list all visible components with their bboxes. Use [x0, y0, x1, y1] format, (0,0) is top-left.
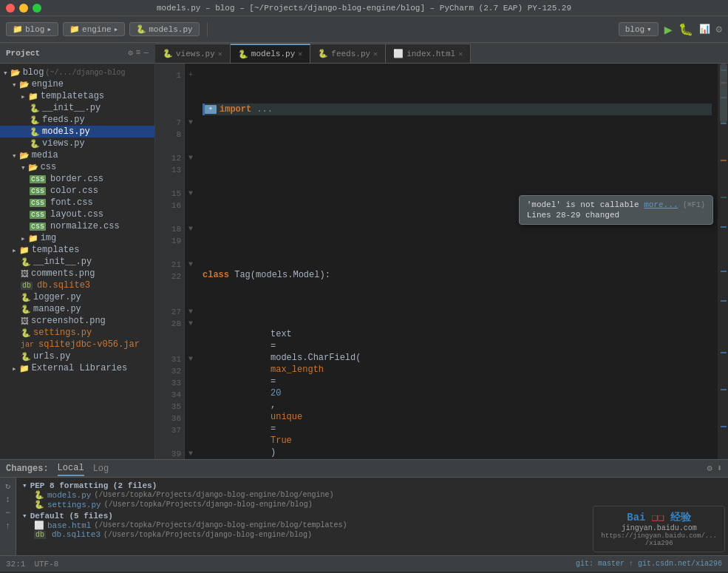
change-file-settings-py[interactable]: 🐍 settings.py (/Users/topka/Projects/dja… — [22, 500, 589, 509]
fold-gutter: + ▼ ▼ ▼ ▼ ▼ — [185, 64, 197, 459]
run-config-selector[interactable]: blog ▾ — [619, 22, 659, 36]
vcs-arrow-up-icon[interactable]: ↑ — [5, 521, 10, 532]
tree-item-feeds-py[interactable]: 🐍 feeds.py — [0, 114, 154, 126]
fold-line1[interactable]: + — [186, 68, 195, 81]
models-selector[interactable]: 🐍 models.py — [129, 22, 199, 36]
tree-item-font-css[interactable]: css font.css — [0, 197, 154, 208]
tab-close-views-py[interactable]: ✕ — [218, 50, 222, 58]
change-group-pep8-header[interactable]: ▾ PEP 8 formatting (2 files) — [22, 481, 589, 490]
tab-close-index-html[interactable]: ✕ — [458, 50, 463, 58]
tree-item-color-css[interactable]: css color.css — [0, 185, 154, 197]
change-file-base-path: (/Users/topka/Projects/django-blog-engin… — [94, 521, 347, 529]
tab-feeds-py[interactable]: 🐍 feeds.py ✕ — [310, 44, 386, 63]
expand-icon4: ▾ — [12, 151, 17, 160]
vcs-sidebar-icons: ↻ ↕ − ↑ — [0, 478, 16, 555]
py-file-icon6: 🐍 — [21, 293, 31, 302]
tree-item-media[interactable]: ▾ 📂 media — [0, 149, 154, 161]
tree-item-comments-png[interactable]: 🖼 comments.png — [0, 268, 154, 279]
maximize-button[interactable] — [33, 4, 41, 13]
bottom-tab-local[interactable]: Local — [58, 461, 84, 476]
code-line-blank2 — [203, 174, 712, 186]
tree-item-external-libs[interactable]: ▸ 📁 External Libraries — [0, 362, 154, 374]
tree-item-models-py[interactable]: 🐍 models.py — [0, 126, 154, 138]
tree-item-logger-py[interactable]: 🐍 logger.py — [0, 291, 154, 303]
tree-label-blog: blog — [23, 67, 44, 78]
tree-item-img[interactable]: ▸ 📁 img — [0, 232, 154, 244]
tab-label-models-py: models.py — [251, 50, 295, 58]
status-git: git: master ↑ git.csdn.net/xia296 — [576, 560, 722, 568]
bottom-tab-log[interactable]: Log — [93, 462, 109, 475]
run-button[interactable]: ▶ — [664, 21, 673, 38]
coverage-button[interactable]: 📊 — [699, 24, 710, 35]
tree-item-templates[interactable]: ▸ 📁 templates — [0, 244, 154, 256]
settings-icon[interactable]: ⚙ — [716, 23, 722, 35]
tree-item-normalize-css[interactable]: css normalize.css — [0, 220, 154, 232]
py-icon: 🐍 — [136, 24, 146, 34]
tree-item-init-py2[interactable]: 🐍 __init__.py — [0, 256, 154, 268]
code-content[interactable]: + import ... class Tag ( models.Model ):… — [197, 64, 718, 459]
arrow-down-icon2: ▾ — [22, 511, 27, 521]
tree-item-sqlitejdbc-jar[interactable]: jar sqlitejdbc-v056.jar — [0, 339, 154, 350]
models-label: models.py — [149, 25, 192, 34]
py-file-icon3: 🐍 — [30, 127, 40, 137]
tree-label-comments-png: comments.png — [31, 268, 95, 279]
bottom-settings-icon[interactable]: ⚙ — [707, 463, 712, 474]
tree-label-font-css: font.css — [50, 197, 93, 208]
tree-item-engine[interactable]: ▾ 📂 engine — [0, 78, 154, 90]
ruler-mark-6 — [721, 197, 727, 198]
toolbar: 📁 blog ▸ 📁 engine ▸ 🐍 models.py blog ▾ ▶… — [0, 16, 728, 43]
tree-item-db-sqlite3[interactable]: db db.sqlite3 — [0, 279, 154, 291]
vcs-refresh-icon[interactable]: ↻ — [5, 481, 10, 492]
tree-item-blog-root[interactable]: ▾ 📂 blog (~/.../django-blog — [0, 67, 154, 78]
scrollbar-thumb[interactable] — [720, 64, 727, 123]
project-selector[interactable]: 📁 blog ▸ — [6, 22, 58, 36]
tree-item-layout-css[interactable]: css layout.css — [0, 208, 154, 220]
minimize-button[interactable] — [19, 4, 28, 13]
bottom-panel: Changes: Local Log ⚙ ⬇ ↻ ↕ − ↑ ▾ PEP 8 f… — [0, 459, 728, 555]
css-file-icon5: css — [30, 223, 46, 231]
engine-selector[interactable]: 📁 engine ▸ — [63, 22, 125, 36]
panel-collapse-icon[interactable]: — — [143, 48, 149, 58]
code-editor[interactable]: 1 7 8 12 13 15 16 18 19 21 22 — [155, 64, 728, 459]
tab-close-models-py[interactable]: ✕ — [298, 50, 302, 58]
panel-settings-icon[interactable]: ≡ — [136, 48, 141, 58]
tooltip-line2: Lines 28-29 changed — [527, 211, 705, 220]
expand-icon8: ▸ — [12, 364, 17, 373]
fold-line7[interactable]: ▼ — [186, 117, 195, 129]
tab-views-py[interactable]: 🐍 views.py ✕ — [155, 44, 231, 63]
ellipsis: ... — [251, 104, 273, 115]
tree-label-models-py: models.py — [42, 126, 90, 137]
tree-label-screenshot-png: screenshot.png — [31, 316, 106, 326]
default-label: Default (5 files) — [30, 512, 113, 521]
tree-item-settings-py[interactable]: 🐍 settings.py — [0, 327, 154, 339]
py-file-icon4: 🐍 — [30, 139, 40, 149]
jar-file-icon: jar — [21, 341, 34, 349]
expand-icon-1[interactable]: + — [205, 105, 217, 114]
tab-close-feeds-py[interactable]: ✕ — [373, 50, 378, 58]
change-file-db-sqlite3[interactable]: db db.sqlite3 (/Users/topka/Projects/dja… — [22, 530, 589, 539]
tooltip-more-link[interactable]: more... — [644, 200, 678, 209]
tree-item-views-py[interactable]: 🐍 views.py — [0, 138, 154, 149]
tab-models-py[interactable]: 🐍 models.py ✕ — [231, 44, 310, 63]
tree-item-css[interactable]: ▾ 📂 css — [0, 161, 154, 173]
close-button[interactable] — [6, 4, 15, 13]
tree-item-urls-py[interactable]: 🐍 urls.py — [0, 350, 154, 362]
change-file-models-py[interactable]: 🐍 models.py (/Users/topka/Projects/djang… — [22, 490, 589, 500]
vcs-minus-icon[interactable]: − — [5, 508, 10, 518]
tree-item-screenshot-png[interactable]: 🖼 screenshot.png — [0, 315, 154, 327]
py-file-icon2: 🐍 — [30, 115, 40, 125]
tab-index-html[interactable]: ⬜ index.html ✕ — [386, 44, 471, 63]
tree-item-manage-py[interactable]: 🐍 manage.py — [0, 303, 154, 315]
change-file-base-html[interactable]: ⬜ base.html (/Users/topka/Projects/djang… — [22, 521, 589, 530]
vcs-arrow-icon[interactable]: ↕ — [5, 495, 10, 505]
bottom-expand-icon[interactable]: ⬇ — [717, 463, 722, 474]
tree-item-init-py[interactable]: 🐍 __init__.py — [0, 102, 154, 114]
debug-button[interactable]: 🐛 — [678, 22, 693, 37]
change-group-default-header[interactable]: ▾ Default (5 files) — [22, 511, 589, 521]
css-file-icon2: css — [30, 187, 46, 195]
chevron-icon3: ▾ — [647, 24, 652, 34]
panel-gear-icon[interactable]: ⚙ — [128, 48, 133, 58]
tree-item-border-css[interactable]: css border.css — [0, 173, 154, 185]
tree-item-templatetags[interactable]: ▸ 📁 templatetags — [0, 90, 154, 102]
expand-icon: ▾ — [3, 68, 8, 78]
